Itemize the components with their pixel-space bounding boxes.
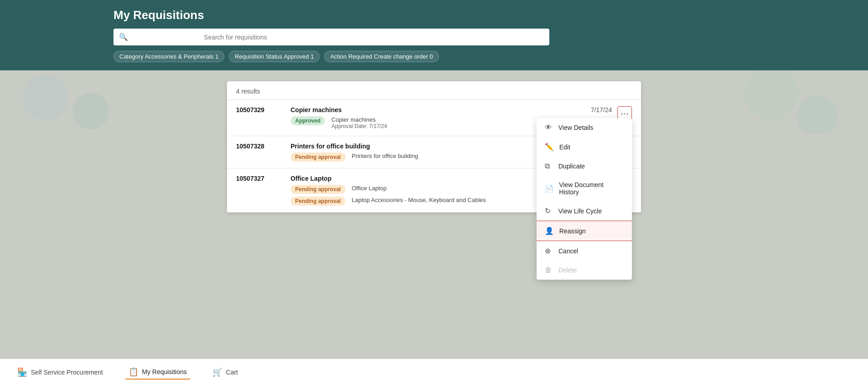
pill-category[interactable]: Category Accessories & Peripherals 1 (113, 51, 224, 62)
badge-pending-2: Pending approval (291, 153, 345, 162)
edit-icon: ✏️ (545, 143, 554, 151)
chip-label: Creation Date Today (136, 34, 189, 40)
ctx-cancel-label: Cancel (558, 247, 578, 255)
filter-chip-creation-date[interactable]: Creation Date Today × (132, 32, 200, 42)
svg-point-1 (73, 93, 109, 129)
ctx-view-details-label: View Details (558, 124, 593, 131)
filter-pills-row: Category Accessories & Peripherals 1 Req… (113, 51, 850, 62)
chip-close-icon[interactable]: × (192, 34, 196, 40)
lifecycle-icon: ↻ (545, 207, 553, 215)
ctx-duplicate-label: Duplicate (558, 163, 585, 170)
approval-date-1: Approval Date: 7/17/24 (331, 123, 387, 129)
document-icon: 📄 (545, 184, 554, 193)
svg-point-0 (23, 75, 68, 120)
top-bar: My Requisitions 🔍 Creation Date Today × … (0, 0, 868, 70)
ctx-duplicate[interactable]: ⧉ Duplicate (537, 157, 632, 176)
ctx-delete-label: Delete (558, 267, 577, 274)
cart-icon: 🛒 (212, 367, 222, 377)
svg-point-3 (797, 95, 838, 134)
badge-pending-3a: Pending approval (291, 185, 345, 194)
ctx-view-lifecycle[interactable]: ↻ View Life Cycle (537, 201, 632, 221)
duplicate-icon: ⧉ (545, 162, 553, 170)
reassign-icon: 👤 (545, 227, 554, 235)
nav-my-requisitions-label: My Requisitions (142, 368, 187, 375)
nav-cart[interactable]: 🛒 Cart (209, 365, 242, 379)
req-id-2: 10507328 (236, 143, 291, 150)
eye-icon: 👁 (545, 123, 553, 132)
my-requisitions-icon: 📋 (128, 367, 138, 377)
search-row: 🔍 Creation Date Today × (113, 29, 850, 45)
req-sub-row-1: Approved Copier machines Approval Date: … (291, 116, 576, 129)
ctx-view-lifecycle-label: View Life Cycle (558, 207, 602, 215)
page-title: My Requisitions (113, 8, 850, 22)
delete-icon: 🗑 (545, 266, 553, 274)
svg-point-2 (745, 70, 799, 120)
results-count: 4 results (227, 81, 641, 99)
ctx-reassign-label: Reassign (559, 227, 586, 235)
badge-pending-3b: Pending approval (291, 197, 345, 206)
req-list: 10507329 Copier machines Approved Copier… (227, 99, 641, 212)
self-service-icon: 🏪 (17, 367, 27, 377)
ctx-edit-label: Edit (559, 143, 570, 151)
req-id-3: 10507327 (236, 175, 291, 182)
req-desc-3b: Laptop Accessories - Mouse, Keyboard and… (352, 197, 486, 203)
ctx-reassign[interactable]: 👤 Reassign (537, 221, 632, 241)
context-menu: 👁 View Details ✏️ Edit ⧉ Duplicate 📄 (537, 118, 632, 280)
nav-self-service[interactable]: 🏪 Self Service Procurement (14, 365, 107, 379)
req-info-1: Copier machines Approved Copier machines… (291, 106, 576, 129)
req-name-1: Copier machines (291, 106, 576, 114)
req-id-1: 10507329 (236, 106, 291, 114)
req-date-1: 7/17/24 (576, 106, 612, 114)
ctx-edit[interactable]: ✏️ Edit (537, 137, 632, 157)
badge-approved-1: Approved (291, 116, 325, 125)
search-icon: 🔍 (119, 33, 128, 41)
table-row: 10507329 Copier machines Approved Copier… (227, 100, 641, 136)
search-box[interactable]: 🔍 Creation Date Today × (113, 29, 549, 45)
req-desc-2: Printers for office building (352, 153, 418, 159)
nav-my-requisitions[interactable]: 📋 My Requisitions (125, 365, 191, 380)
pill-req-status[interactable]: Requisition Status Approved 1 (229, 51, 320, 62)
nav-cart-label: Cart (226, 369, 238, 376)
req-desc-1: Copier machines (331, 116, 387, 123)
search-input[interactable] (204, 34, 544, 41)
ctx-cancel[interactable]: ⊗ Cancel (537, 241, 632, 261)
bottom-nav: 🏪 Self Service Procurement 📋 My Requisit… (0, 359, 868, 385)
nav-self-service-label: Self Service Procurement (31, 369, 103, 376)
cancel-icon: ⊗ (545, 247, 553, 255)
ctx-view-doc-history[interactable]: 📄 View Document History (537, 176, 632, 201)
ctx-view-details[interactable]: 👁 View Details (537, 118, 632, 137)
content-panel: 4 results 10507329 Copier machines Appro… (227, 81, 641, 212)
req-desc-block-1: Copier machines Approval Date: 7/17/24 (331, 116, 387, 129)
ctx-delete: 🗑 Delete (537, 261, 632, 280)
ctx-view-doc-history-label: View Document History (559, 181, 624, 196)
req-desc-3a: Office Laptop (352, 185, 387, 192)
pill-action-required[interactable]: Action Required Create change order 0 (324, 51, 439, 62)
